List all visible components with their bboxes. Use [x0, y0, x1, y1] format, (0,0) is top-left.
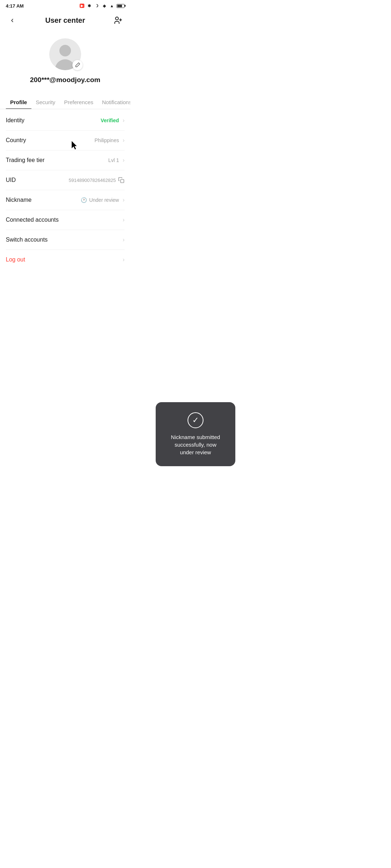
switch-accounts-label: Switch accounts	[6, 237, 48, 243]
edit-avatar-button[interactable]	[72, 60, 83, 70]
nickname-label: Nickname	[6, 197, 31, 203]
logout-label: Log out	[6, 256, 25, 263]
wifi-icon: ▲	[109, 3, 115, 9]
back-arrow-icon: ‹	[11, 16, 13, 25]
verified-badge: Verified	[101, 118, 119, 123]
connected-accounts-value: ›	[121, 217, 125, 223]
status-time: 4:17 AM	[6, 3, 24, 9]
country-label: Country	[6, 137, 26, 144]
trading-fee-tier-text: Lvl 1	[108, 157, 119, 163]
chevron-right-icon: ›	[123, 137, 125, 144]
uid-label: UID	[6, 177, 16, 183]
battery-icon	[117, 4, 125, 8]
tab-notifications[interactable]: Notifications	[98, 95, 130, 109]
chevron-right-icon: ›	[123, 117, 125, 124]
country-value: Philippines ›	[94, 137, 125, 144]
chevron-right-icon: ›	[123, 197, 125, 203]
uid-item[interactable]: UID 5914890078264​62825	[6, 170, 125, 190]
tab-profile[interactable]: Profile	[6, 95, 31, 109]
header: ‹ User center	[0, 10, 130, 31]
copy-icon[interactable]	[118, 177, 125, 183]
signal-icon: ◈	[101, 3, 107, 9]
nickname-value: 🕐 Under review ›	[81, 197, 125, 203]
edit-icon	[75, 62, 80, 68]
profile-list: Identity Verified › Country Philippines …	[0, 111, 130, 269]
tab-preferences[interactable]: Preferences	[60, 95, 98, 109]
avatar-head	[59, 45, 71, 56]
user-manage-icon	[114, 16, 122, 25]
page-title: User center	[45, 16, 85, 25]
nickname-item[interactable]: Nickname 🕐 Under review ›	[6, 190, 125, 210]
logout-value: ›	[121, 256, 125, 263]
country-item[interactable]: Country Philippines ›	[6, 131, 125, 150]
switch-accounts-value: ›	[121, 237, 125, 243]
chevron-right-icon: ›	[123, 157, 125, 163]
moon-icon: ☽	[94, 3, 100, 9]
chevron-right-icon: ›	[123, 237, 125, 243]
logout-item[interactable]: Log out ›	[6, 250, 125, 269]
under-review-text: Under review	[89, 197, 119, 203]
avatar-wrapper	[49, 38, 81, 70]
trading-fee-tier-value: Lvl 1 ›	[108, 157, 125, 163]
svg-point-0	[115, 17, 118, 20]
trading-fee-tier-label: Trading fee tier	[6, 157, 45, 163]
switch-accounts-item[interactable]: Switch accounts ›	[6, 230, 125, 250]
identity-value: Verified ›	[101, 117, 125, 124]
trading-fee-tier-item[interactable]: Trading fee tier Lvl 1 ›	[6, 150, 125, 170]
user-manage-button[interactable]	[112, 14, 125, 27]
connected-accounts-item[interactable]: Connected accounts ›	[6, 210, 125, 230]
svg-rect-3	[121, 179, 124, 183]
avatar-section: 200***@moodjoy.com	[0, 31, 130, 90]
clock-icon: 🕐	[81, 197, 87, 203]
status-bar: 4:17 AM ▶ ✱ ☽ ◈ ▲	[0, 0, 130, 10]
chevron-right-icon: ›	[123, 256, 125, 263]
tabs-container: Profile Security Preferences Notificatio…	[0, 95, 130, 109]
country-text: Philippines	[94, 137, 119, 143]
identity-label: Identity	[6, 117, 25, 124]
identity-item[interactable]: Identity Verified ›	[6, 111, 125, 131]
tab-security[interactable]: Security	[31, 95, 60, 109]
uid-value: 5914890078264​62825	[69, 177, 125, 183]
uid-text: 5914890078264​62825	[69, 178, 116, 183]
chevron-right-icon: ›	[123, 217, 125, 223]
back-button[interactable]: ‹	[6, 14, 19, 27]
status-icons: ▶ ✱ ☽ ◈ ▲	[80, 3, 125, 9]
user-email: 200***@moodjoy.com	[30, 76, 101, 84]
connected-accounts-label: Connected accounts	[6, 217, 59, 223]
bluetooth-icon: ✱	[86, 3, 92, 9]
camera-icon: ▶	[80, 4, 84, 8]
